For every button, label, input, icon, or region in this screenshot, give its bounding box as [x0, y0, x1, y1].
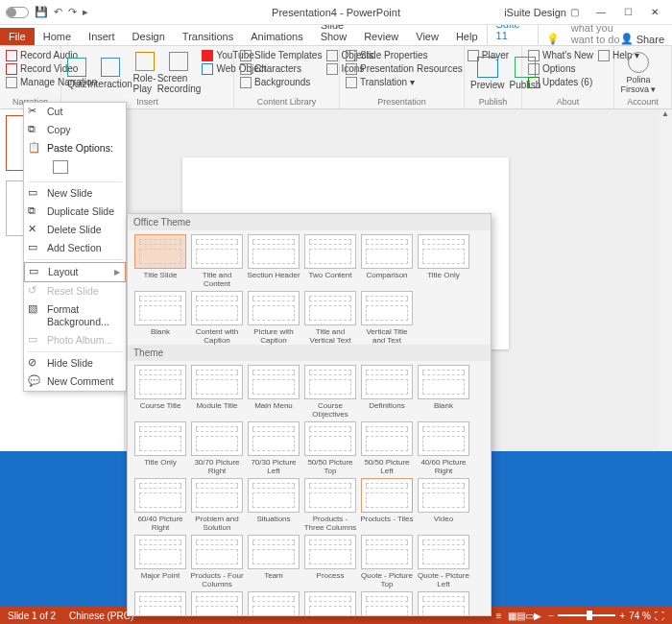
tab-file[interactable]: File: [0, 28, 35, 45]
layout-option[interactable]: Timeline - Start: [190, 591, 244, 616]
status-language[interactable]: Chinese (PRC): [69, 611, 133, 621]
backgrounds-button[interactable]: Backgrounds: [240, 76, 322, 88]
layout-option[interactable]: Team: [247, 535, 300, 588]
notes-button[interactable]: ≡: [496, 611, 502, 621]
layout-option[interactable]: 50/50 Picture Left: [360, 421, 414, 475]
layout-option[interactable]: Content with Caption: [190, 291, 244, 345]
layout-option[interactable]: Quote - Picture Top: [360, 535, 414, 588]
tab-transitions[interactable]: Transitions: [174, 28, 242, 45]
view-reading-icon[interactable]: ▭: [525, 611, 534, 621]
menu-duplicate-slide[interactable]: ⧉Duplicate Slide: [24, 203, 126, 221]
layout-option[interactable]: Course Objectives: [303, 365, 357, 419]
scroll-up-icon[interactable]: ▲: [659, 109, 672, 123]
account-button[interactable]: Polina Firsova ▾: [620, 49, 657, 97]
menu-delete-slide[interactable]: ✕Delete Slide: [24, 221, 126, 239]
layout-option[interactable]: Course Title: [133, 365, 187, 419]
tab-insert[interactable]: Insert: [80, 28, 124, 45]
menu-copy[interactable]: ⧉Copy: [24, 121, 126, 139]
layout-option[interactable]: Products - Three Columns: [303, 478, 357, 532]
status-slide-number[interactable]: Slide 1 of 2: [8, 611, 56, 621]
layout-option[interactable]: Title Only: [417, 234, 470, 288]
fit-to-window-icon[interactable]: ⛶: [655, 611, 664, 621]
layout-option[interactable]: Timeline - Middle: [247, 591, 300, 616]
layout-option[interactable]: Problem and Solution: [190, 478, 244, 532]
layout-option[interactable]: Quote - Picture Left: [417, 535, 470, 588]
layout-option[interactable]: Summary: [360, 591, 414, 616]
translation-button[interactable]: Translation ▾: [346, 76, 463, 88]
ribbon-options-icon[interactable]: ▢: [561, 3, 588, 22]
layout-option[interactable]: Comparison: [360, 234, 414, 288]
layout-option[interactable]: Title Only: [133, 421, 187, 475]
undo-icon[interactable]: ↶: [54, 6, 62, 18]
menu-new-comment[interactable]: 💬New Comment: [24, 372, 126, 391]
layout-option[interactable]: 70/30 Picture Left: [247, 421, 300, 475]
layout-option[interactable]: Blank: [417, 365, 470, 419]
layout-option[interactable]: 60/40 Picture Right: [133, 478, 187, 532]
layout-option[interactable]: Major Point: [133, 535, 187, 588]
layout-option[interactable]: Title and Content: [190, 234, 244, 288]
view-slideshow-icon[interactable]: ▶: [534, 611, 541, 621]
menu-layout[interactable]: ▭Layout▶: [24, 262, 126, 282]
layout-option[interactable]: Vertical Title and Text: [360, 291, 414, 345]
redo-icon[interactable]: ↷: [68, 6, 77, 18]
zoom-in-icon[interactable]: +: [619, 611, 625, 621]
share-button[interactable]: 👤 Share: [620, 33, 664, 45]
start-icon[interactable]: ▸: [83, 6, 88, 18]
layout-option[interactable]: Two Content: [303, 234, 357, 288]
quiz-button[interactable]: Quiz: [67, 49, 87, 97]
screen-recording-button[interactable]: Screen Recording: [160, 49, 197, 97]
slide-templates-button[interactable]: Slide Templates: [240, 49, 322, 61]
characters-button[interactable]: Characters: [240, 62, 322, 75]
menu-hide-slide[interactable]: ⊘Hide Slide: [24, 354, 126, 372]
layout-option[interactable]: Mission: [133, 591, 187, 616]
layout-option[interactable]: Situations: [247, 478, 300, 532]
minimize-button[interactable]: —: [588, 3, 614, 22]
interaction-button[interactable]: Interaction: [92, 49, 129, 97]
tab-design[interactable]: Design: [124, 28, 174, 45]
layout-option[interactable]: Congratulations: [417, 591, 470, 616]
layout-option[interactable]: Products - Four Columns: [190, 535, 244, 588]
layout-option[interactable]: Title and Vertical Text: [303, 291, 357, 345]
layout-option[interactable]: Title Slide: [133, 234, 187, 288]
layout-option[interactable]: Products - Tiles: [360, 478, 414, 532]
layout-option[interactable]: 30/70 Picture Right: [190, 421, 244, 475]
layout-option[interactable]: Picture with Caption: [247, 291, 300, 345]
zoom-level[interactable]: 74 %: [629, 611, 651, 621]
layout-option[interactable]: Section Header: [247, 234, 300, 288]
menu-format-background[interactable]: ▧Format Background...: [24, 300, 126, 331]
options-button[interactable]: Options: [528, 62, 593, 75]
tab-help[interactable]: Help: [447, 28, 487, 45]
menu-paste-keep-source[interactable]: [24, 157, 126, 180]
tab-view[interactable]: View: [407, 28, 447, 45]
layout-option[interactable]: Main Menu: [247, 365, 300, 419]
menu-cut[interactable]: ✂Cut: [24, 103, 126, 121]
tab-home[interactable]: Home: [35, 28, 80, 45]
updates-button[interactable]: Updates (6): [528, 76, 593, 88]
layout-option[interactable]: Process: [303, 535, 357, 588]
layout-option[interactable]: Video: [417, 478, 470, 532]
zoom-out-icon[interactable]: −: [549, 611, 555, 621]
quick-access-toolbar[interactable]: 💾 ↶ ↷ ▸: [29, 6, 88, 18]
view-normal-icon[interactable]: ▦: [508, 611, 516, 621]
whats-new-button[interactable]: What's New: [528, 49, 593, 61]
tab-review[interactable]: Review: [355, 28, 407, 45]
close-button[interactable]: ✕: [641, 3, 668, 22]
menu-new-slide[interactable]: ▭New Slide: [24, 184, 126, 203]
zoom-control[interactable]: − + 74 % ⛶: [549, 611, 664, 621]
layout-option[interactable]: 50/50 Picture Top: [303, 421, 357, 475]
roleplay-button[interactable]: Role-Play: [133, 49, 156, 97]
slide-properties-button[interactable]: Slide Properties: [346, 49, 463, 61]
save-icon[interactable]: 💾: [35, 6, 48, 18]
layout-option[interactable]: 40/60 Picture Right: [417, 421, 470, 475]
layout-option[interactable]: Timeline - Now: [303, 591, 357, 616]
autosave-toggle[interactable]: [0, 7, 29, 18]
preview-button[interactable]: Preview: [470, 49, 505, 97]
maximize-button[interactable]: ☐: [614, 3, 641, 22]
layout-option[interactable]: Definitions: [360, 365, 414, 419]
tab-animations[interactable]: Animations: [242, 28, 311, 45]
view-sorter-icon[interactable]: ▤: [516, 611, 525, 621]
zoom-slider[interactable]: [558, 614, 615, 616]
layout-option[interactable]: Module Title: [190, 365, 244, 419]
presentation-resources-button[interactable]: Presentation Resources: [346, 62, 463, 75]
menu-add-section[interactable]: ▭Add Section: [24, 239, 126, 257]
